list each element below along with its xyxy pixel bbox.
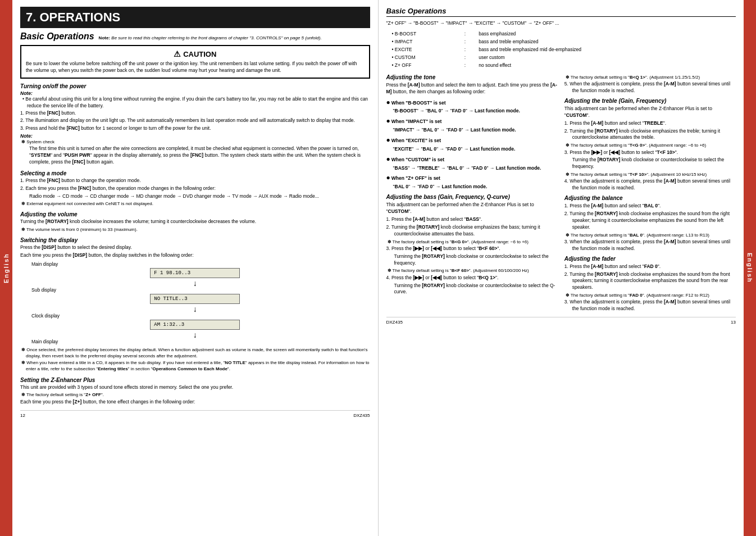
item-excite-desc: bass and treble emphasized mid de-emphas… xyxy=(477,46,735,53)
z-enhancer-text2: Each time you press the [Z+] button, the… xyxy=(20,399,370,406)
main-display2-label: Main display xyxy=(20,339,58,344)
custom-flow: "BASS" → "TREBLE" → "BAL 0" → "FAD 0" → … xyxy=(386,165,558,172)
fader-step-3: 3. When the adjustment is complete, pres… xyxy=(564,299,736,312)
item-b-boost-colon: : xyxy=(462,30,476,37)
item-custom-label: • CUSTOM xyxy=(388,54,461,61)
adjusting-volume-title: Adjusting the volume xyxy=(20,211,370,217)
item-impact-label: • IMPACT xyxy=(388,38,461,45)
treble-step-1: 1. Press the [A-M] button and select "TR… xyxy=(564,120,736,127)
sidebar-right-label: English xyxy=(746,253,753,283)
item-z-off-label: • Z+ OFF xyxy=(388,62,461,69)
item-impact-desc: bass and treble emphasized xyxy=(477,38,735,45)
switching-display-section: Switching the display Press the [DISP] b… xyxy=(20,237,370,373)
volume-text: Turning the [ROTARY] knob clockwise incr… xyxy=(20,219,370,225)
item-b-boost: • B-BOOST : bass emphasized xyxy=(388,30,735,37)
tone-when-custom: ●When "CUSTOM" is set "BASS" → "TREBLE" … xyxy=(386,155,558,172)
tone-when-z-off: ●When "Z+ OFF" is set "BAL 0" → "FAD 0" … xyxy=(386,173,558,190)
treble-text: This adjustment can be performed when th… xyxy=(564,106,736,119)
item-excite: • EXCITE : bass and treble emphasized mi… xyxy=(388,46,735,53)
item-impact-colon: : xyxy=(462,38,476,45)
left-page-footer: 12 DXZ435 xyxy=(20,410,370,418)
balance-step-1: 1. Press the [A-M] button and select "BA… xyxy=(564,203,736,210)
turning-on-title: Turning on/off the power xyxy=(20,83,370,89)
right-page-model: DXZ435 xyxy=(386,320,403,325)
note-label-1: Note: xyxy=(20,90,370,96)
clock-display-label: Clock display xyxy=(20,313,60,319)
adjusting-bass-title: Adjusting the bass (Gain, Frequency, Q-c… xyxy=(386,194,558,200)
item-custom-desc: user custom xyxy=(477,54,735,61)
caution-box: ⚠ CAUTION Be sure to lower the volume be… xyxy=(20,45,370,79)
tone-when-b-boost: ●When "B-BOOST" is set "B-BOOST" → "BAL … xyxy=(386,98,558,115)
tone-text: Press the [A-M] button and select the it… xyxy=(386,82,558,96)
balance-asterisk-1: The factory default setting is "BAL 0". … xyxy=(564,232,736,238)
treble-step-3-text: Turning the [ROTARY] knob clockwise or c… xyxy=(564,157,736,170)
right-page-title: Basic Operations xyxy=(386,7,736,17)
item-b-boost-label: • B-BOOST xyxy=(388,30,461,37)
bass-asterisk-3: The factory default setting is "B<Q 1>".… xyxy=(564,74,736,80)
selecting-mode-section: Selecting a mode 1. Press the [FNC] butt… xyxy=(20,170,370,207)
tone-when-impact: ●When "IMPACT" is set "IMPACT" → "BAL 0"… xyxy=(386,116,558,134)
left-page-model: DXZ435 xyxy=(353,413,370,418)
right-page-number: 13 xyxy=(731,320,736,325)
arrow-down-3: ↓ xyxy=(193,331,197,339)
section-title: Basic Operations xyxy=(20,31,94,42)
sidebar-left-label: English xyxy=(3,253,10,283)
right-right-col: The factory default setting is "B<Q 1>".… xyxy=(564,74,736,314)
item-impact: • IMPACT : bass and treble emphasized xyxy=(388,38,735,45)
sidebar-right: English xyxy=(744,0,756,536)
fader-step-2: 2. Turning the [ROTARY] knob clockwise e… xyxy=(564,271,736,292)
system-check-text: The first time this unit is turned on af… xyxy=(20,146,370,166)
note-label-2: Note: xyxy=(20,133,370,139)
treble-step-3: 3. Press the [▶▶] or [◀◀] button to sele… xyxy=(564,149,736,156)
excite-flow: "EXCITE" → "BAL 0" → "FAD 0" → Last func… xyxy=(386,146,558,153)
z-enhancer-items: • B-BOOST : bass emphasized • IMPACT : b… xyxy=(386,29,736,70)
turning-on-step-1: 1. Press the [FNC] button. xyxy=(20,110,370,117)
chapter-title: 7. OPERATIONS xyxy=(20,7,370,28)
select-step-1: 1. Press the [FNC] button to change the … xyxy=(20,178,370,184)
selecting-mode-title: Selecting a mode xyxy=(20,170,370,176)
display-asterisk-1: Once selected, the preferred display bec… xyxy=(20,347,370,359)
disp-text-1: Press the [DISP] button to select the de… xyxy=(20,244,370,251)
main-display-box: F 1 98.10..3 xyxy=(150,268,240,278)
sidebar-left: English xyxy=(0,0,12,536)
arrow-down-1: ↓ xyxy=(193,279,197,287)
main-display-label: Main display xyxy=(20,261,58,267)
treble-asterisk-1: The factory default setting is "T<G 0>".… xyxy=(564,142,736,148)
fader-asterisk-1: The factory default setting is "FAD 0". … xyxy=(564,292,736,298)
impact-flow: "IMPACT" → "BAL 0" → "FAD 0" → Last func… xyxy=(386,127,558,134)
left-page: 7. OPERATIONS Basic Operations Note: Be … xyxy=(12,0,379,536)
setting-z-enhancer-section: Setting the Z-Enhancer Plus This unit ar… xyxy=(20,377,370,406)
adjusting-tone-title: Adjusting the tone xyxy=(386,74,558,80)
caution-triangle-icon: ⚠ xyxy=(174,49,181,58)
bass-step-4-text: Turninng the [ROTARY] knob clockwise or … xyxy=(386,283,558,296)
right-page: Basic Operations "Z+ OFF" → "B-BOOST" → … xyxy=(379,0,744,536)
cenet-note: External equipment not connected with Ce… xyxy=(20,201,370,207)
adjusting-volume-section: Adjusting the volume Turning the [ROTARY… xyxy=(20,211,370,233)
item-z-off-desc: no sound effect xyxy=(477,62,735,69)
item-z-off-colon: : xyxy=(462,62,476,69)
bass-step-1: 1. Press the [A-M] button and select "BA… xyxy=(386,216,558,223)
sub-display-label: Sub display xyxy=(20,287,56,293)
turning-on-step-2: 2. The illumination and display on the u… xyxy=(20,117,370,124)
z-off-flow-2: "BAL 0" → "FAD 0" → Last function mode. xyxy=(386,184,558,190)
item-custom: • CUSTOM : user custom xyxy=(388,54,735,61)
item-excite-colon: : xyxy=(462,46,476,53)
item-b-boost-desc: bass emphasized xyxy=(477,30,735,37)
bass-step-3-text: Turninng the [ROTARY] knob clockwise or … xyxy=(386,253,558,267)
balance-step-2: 2. Turning the [ROTARY] knob clockwise e… xyxy=(564,211,736,231)
arrow-down-2: ↓ xyxy=(193,305,197,313)
bass-asterisk-2: The factory default setting is "B<F 60>"… xyxy=(386,267,558,274)
bass-text: This adjustment can be performed when th… xyxy=(386,202,558,215)
item-custom-colon: : xyxy=(462,54,476,61)
caution-text: Be sure to lower the volume before switc… xyxy=(26,61,365,74)
section-note: Note: Be sure to read this chapter refer… xyxy=(99,35,322,40)
adjusting-balance-title: Adjusting the balance xyxy=(564,195,736,201)
sub-display-box: NO TITLE..3 xyxy=(150,294,240,304)
setting-z-enhancer-title: Setting the Z-Enhancer Plus xyxy=(20,377,370,383)
balance-step-3: 3. When the adjustment is complete, pres… xyxy=(564,239,736,252)
turning-on-section: Turning on/off the power Note: Be carefu… xyxy=(20,83,370,166)
system-check-label: System check xyxy=(20,139,370,145)
treble-step-4: 4. When the adjustment is complete, pres… xyxy=(564,178,736,192)
turning-on-bullet-1: Be careful about using this unit for a l… xyxy=(20,96,370,110)
b-boost-flow: "B-BOOST" → "BAL 0" → "FAD 0" → Last fun… xyxy=(386,108,558,115)
